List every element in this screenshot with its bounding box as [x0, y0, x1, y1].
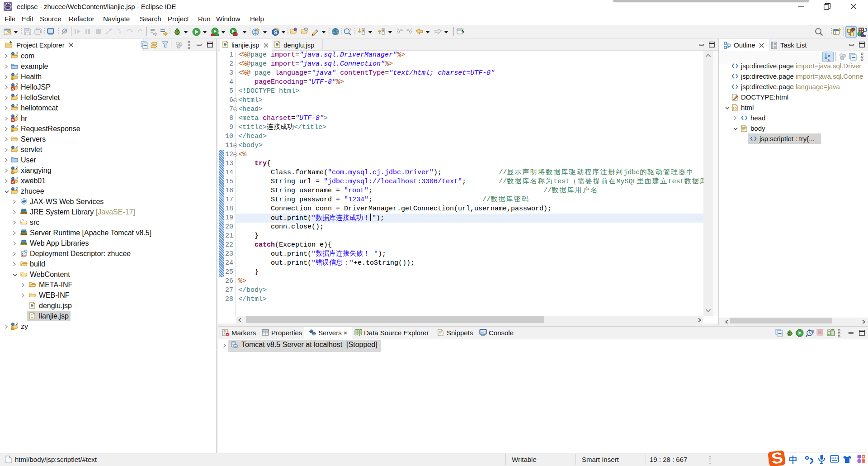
svg-text:J: J	[16, 114, 18, 117]
svg-text:J: J	[16, 166, 18, 169]
svg-text:J: J	[16, 125, 18, 128]
svg-text:S: S	[274, 29, 278, 36]
svg-text:J: J	[16, 83, 18, 86]
svg-text:J: J	[864, 27, 867, 33]
svg-text:J: J	[16, 187, 18, 190]
svg-text:J: J	[16, 73, 18, 76]
svg-text:J: J	[16, 146, 18, 148]
svg-text:J: J	[16, 323, 18, 325]
svg-text:J: J	[16, 104, 18, 107]
svg-text:3.1: 3.1	[22, 253, 26, 256]
svg-text:z: z	[828, 57, 830, 61]
svg-text:J: J	[16, 94, 18, 96]
svg-text:J: J	[16, 177, 18, 180]
svg-text:J: J	[16, 52, 18, 55]
